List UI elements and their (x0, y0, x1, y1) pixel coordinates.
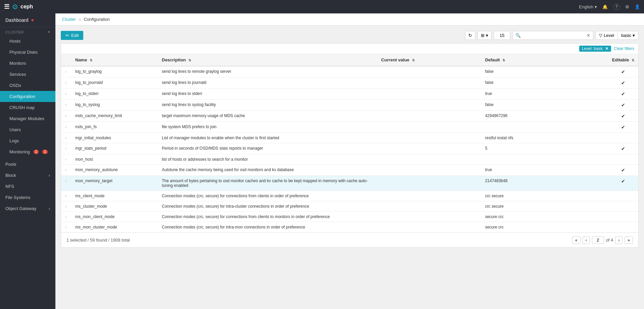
level-filter-button[interactable]: ▽ Level (595, 31, 617, 40)
table-row[interactable]: › log_to_syslog send log lines to syslog… (61, 100, 638, 111)
clear-filters-button[interactable]: Clear filters (614, 46, 634, 51)
name-cell: log_to_graylog (71, 66, 158, 78)
user-icon[interactable]: 👤 (635, 4, 640, 9)
default-cell: secure crc (481, 222, 608, 233)
current-cell (377, 133, 481, 143)
sidebar-item-logs[interactable]: Logs (0, 135, 55, 146)
edit-button[interactable]: ✏ Edit (61, 31, 83, 40)
expand-icon[interactable]: › (65, 215, 66, 219)
page-size-input[interactable] (494, 31, 510, 40)
table-row[interactable]: › ms_client_mode Connection modes (crc, … (61, 191, 638, 201)
level-label: Level (604, 33, 614, 38)
sidebar-item-nfs[interactable]: NFS (0, 181, 55, 192)
th-name-sort: ⇅ (90, 58, 92, 62)
table-row[interactable]: › mgr_stats_period Period in seconds of … (61, 143, 638, 154)
search-clear-button[interactable]: ✕ (584, 31, 593, 40)
expand-cell: › (61, 100, 71, 111)
sidebar-item-users[interactable]: Users (0, 124, 55, 135)
th-default[interactable]: Default ⇅ (481, 54, 608, 66)
table-row[interactable]: › mds_cache_memory_limit target maximum … (61, 111, 638, 122)
table-row[interactable]: › ms_mon_client_mode Connection modes (c… (61, 212, 638, 222)
configuration-label: Configuration (9, 94, 35, 99)
th-current-label: Current value (381, 57, 409, 62)
editable-cell (608, 222, 638, 233)
expand-icon[interactable]: › (65, 204, 66, 208)
name-cell: mds_cache_memory_limit (71, 111, 158, 122)
notifications-icon[interactable]: 🔔 (602, 4, 608, 9)
table-row[interactable]: › ms_mon_cluster_mode Connection modes (… (61, 222, 638, 233)
expand-icon[interactable]: › (65, 157, 66, 161)
sidebar-item-pools[interactable]: Pools (0, 159, 55, 170)
expand-icon[interactable]: › (65, 125, 66, 129)
table-row[interactable]: › mgr_initial_modules List of manager mo… (61, 133, 638, 143)
editable-cell: ✔ (608, 89, 638, 100)
sidebar-item-filesystems[interactable]: File Systems (0, 192, 55, 203)
search-input[interactable] (523, 31, 584, 40)
sidebar-item-monitors[interactable]: Monitors (0, 58, 55, 69)
block-label: Block (5, 173, 16, 178)
sidebar-item-osds[interactable]: OSDs (0, 80, 55, 91)
filter-tag-close[interactable]: ✕ (605, 46, 608, 51)
default-cell: false (481, 100, 608, 111)
expand-icon[interactable]: › (65, 114, 66, 118)
th-editable[interactable]: Editable ⇅ (608, 54, 638, 66)
sidebar-item-hosts[interactable]: Hosts (0, 36, 55, 47)
first-page-button[interactable]: « (572, 237, 581, 244)
expand-icon[interactable]: › (65, 92, 66, 96)
settings-icon[interactable]: ⚙ (625, 4, 629, 9)
refresh-button[interactable]: ↻ (465, 31, 475, 40)
table-row[interactable]: › ms_cluster_mode Connection modes (crc,… (61, 201, 638, 212)
expand-icon[interactable]: › (65, 225, 66, 229)
pagination-summary: 1 selected / 59 found / 1908 total (66, 238, 130, 243)
table-row[interactable]: › mds_join_fs file system MDS prefers to… (61, 122, 638, 133)
sidebar-item-crush-map[interactable]: CRUSH map (0, 102, 55, 113)
last-page-button[interactable]: » (625, 237, 633, 244)
page-number-input[interactable] (592, 236, 604, 244)
sidebar-item-monitoring[interactable]: Monitoring 1 1 (0, 146, 55, 157)
sidebar-item-manager-modules[interactable]: Manager Modules (0, 113, 55, 124)
th-current[interactable]: Current value ⇅ (377, 54, 481, 66)
table-row[interactable]: › mon_memory_target The amount of bytes … (61, 176, 638, 191)
columns-button[interactable]: ⊞ ▾ (477, 31, 492, 40)
expand-icon[interactable]: › (65, 146, 66, 150)
expand-icon[interactable]: › (65, 194, 66, 198)
desc-cell: Connection modes (crc, secure) for conne… (158, 191, 377, 201)
breadcrumb-cluster[interactable]: Cluster (62, 17, 76, 22)
expand-icon[interactable]: › (65, 179, 66, 183)
hamburger-icon[interactable]: ☰ (4, 3, 9, 10)
basic-filter-button[interactable]: basic ▾ (617, 31, 639, 40)
expand-icon[interactable]: › (65, 168, 66, 172)
expand-cell: › (61, 191, 71, 201)
sidebar-item-block[interactable]: Block › (0, 170, 55, 181)
sidebar-item-configuration[interactable]: Configuration (0, 91, 55, 102)
table-row[interactable]: › mon_memory_autotune Autotune the cache… (61, 165, 638, 176)
filter-icon: ▽ (599, 33, 602, 38)
expand-icon[interactable]: › (65, 136, 66, 140)
th-editable-label: Editable (612, 57, 629, 62)
sidebar-cluster-section[interactable]: Cluster ▾ (0, 27, 55, 36)
name-cell: log_to_journald (71, 78, 158, 89)
expand-icon[interactable]: › (65, 103, 66, 107)
table-row[interactable]: › log_to_journald send log lines to jour… (61, 78, 638, 89)
sidebar-item-object-gateway[interactable]: Object Gateway › (0, 203, 55, 214)
th-desc-label: Description (162, 57, 186, 62)
prev-page-button[interactable]: ‹ (583, 237, 590, 244)
expand-icon[interactable]: › (65, 69, 66, 73)
name-cell: mon_memory_target (71, 176, 158, 191)
table-row[interactable]: › mon_host list of hosts or addresses to… (61, 154, 638, 165)
language-selector[interactable]: English ▾ (579, 4, 597, 9)
editable-cell: ✔ (608, 122, 638, 133)
expand-cell: › (61, 222, 71, 233)
sidebar-item-physical-disks[interactable]: Physical Disks (0, 47, 55, 58)
next-page-button[interactable]: › (615, 237, 623, 244)
table-row[interactable]: › log_to_graylog send log lines to remot… (61, 66, 638, 78)
name-cell: ms_client_mode (71, 191, 158, 201)
th-name[interactable]: Name ⇅ (71, 54, 158, 66)
monitoring-badge-1: 1 (34, 150, 39, 154)
th-description[interactable]: Description ⇅ (158, 54, 377, 66)
sidebar-item-services[interactable]: Services (0, 69, 55, 80)
help-icon[interactable]: ? (613, 3, 620, 10)
table-row[interactable]: › log_to_stderr send log lines to stderr… (61, 89, 638, 100)
sidebar-dashboard[interactable]: Dashboard ♥ (0, 13, 55, 27)
expand-icon[interactable]: › (65, 81, 66, 85)
